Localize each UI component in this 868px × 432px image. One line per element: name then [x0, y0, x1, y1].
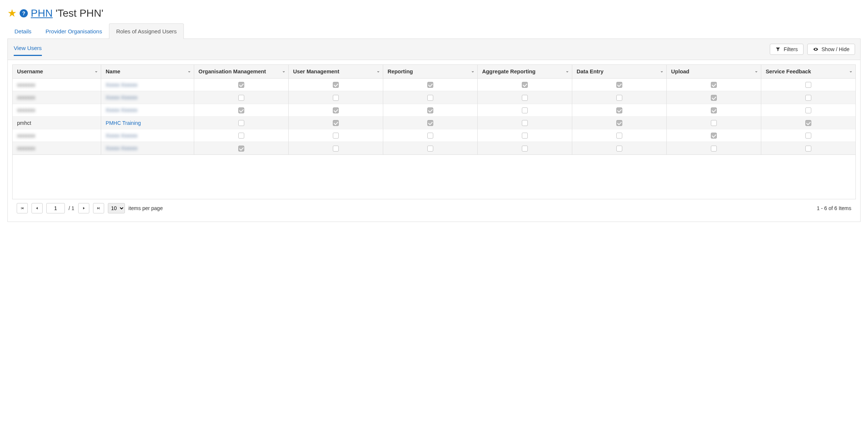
- table-row[interactable]: pmhctPMHC Training: [13, 116, 856, 129]
- show-hide-button[interactable]: Show / Hide: [807, 44, 855, 55]
- tab-roles-of-assigned-users[interactable]: Roles of Assigned Users: [109, 23, 183, 39]
- page-input[interactable]: [46, 203, 65, 213]
- chevron-down-icon[interactable]: ⌄: [566, 69, 569, 73]
- checkbox-icon[interactable]: [711, 82, 717, 88]
- checkbox-icon[interactable]: [522, 146, 528, 152]
- cell-name[interactable]: Xxxxx Xxxxxx: [101, 142, 194, 154]
- cell-role: [383, 116, 477, 129]
- checkbox-icon[interactable]: [711, 120, 717, 126]
- cell-name[interactable]: Xxxxx Xxxxxx: [101, 79, 194, 91]
- checkbox-icon[interactable]: [427, 120, 433, 126]
- col-username[interactable]: Username⌄: [13, 65, 101, 79]
- col-aggregate-reporting[interactable]: Aggregate Reporting⌄: [477, 65, 572, 79]
- checkbox-icon[interactable]: [711, 146, 717, 152]
- checkbox-icon[interactable]: [522, 120, 528, 126]
- chevron-down-icon[interactable]: ⌄: [95, 69, 98, 73]
- pager-prev-button[interactable]: [32, 203, 43, 213]
- col-reporting[interactable]: Reporting⌄: [383, 65, 477, 79]
- chevron-down-icon[interactable]: ⌄: [282, 69, 285, 73]
- filters-button[interactable]: Filters: [770, 44, 803, 55]
- checkbox-icon[interactable]: [522, 95, 528, 101]
- pager-first-button[interactable]: [17, 203, 28, 213]
- checkbox-icon[interactable]: [711, 107, 717, 113]
- checkbox-icon[interactable]: [805, 107, 811, 113]
- checkbox-icon[interactable]: [427, 133, 433, 139]
- table-row[interactable]: xxxxxxxXxxxx Xxxxxx: [13, 129, 856, 142]
- chevron-down-icon[interactable]: ⌄: [377, 69, 380, 73]
- checkbox-icon[interactable]: [427, 95, 433, 101]
- tab-details[interactable]: Details: [7, 23, 39, 39]
- chevron-down-icon[interactable]: ⌄: [755, 69, 758, 73]
- checkbox-icon[interactable]: [238, 133, 244, 139]
- checkbox-icon[interactable]: [333, 133, 339, 139]
- cell-role: [194, 104, 288, 116]
- checkbox-icon[interactable]: [805, 95, 811, 101]
- cell-name[interactable]: Xxxxx Xxxxxx: [101, 91, 194, 104]
- col-data-entry[interactable]: Data Entry⌄: [572, 65, 666, 79]
- cell-role: [572, 104, 666, 116]
- checkbox-icon[interactable]: [238, 82, 244, 88]
- page-size-select[interactable]: 10: [108, 203, 125, 213]
- title-suffix: 'Test PHN': [53, 7, 103, 19]
- checkbox-icon[interactable]: [333, 82, 339, 88]
- cell-role: [572, 129, 666, 142]
- col-service-feedback[interactable]: Service Feedback⌄: [761, 65, 855, 79]
- cell-role: [288, 129, 383, 142]
- checkbox-icon[interactable]: [805, 133, 811, 139]
- cell-name[interactable]: Xxxxx Xxxxxx: [101, 129, 194, 142]
- users-table: Username⌄ Name⌄ Organisation Management⌄…: [12, 64, 856, 155]
- checkbox-icon[interactable]: [616, 82, 622, 88]
- checkbox-icon[interactable]: [427, 107, 433, 113]
- col-upload[interactable]: Upload⌄: [666, 65, 761, 79]
- cell-name[interactable]: PMHC Training: [101, 116, 194, 129]
- total-pages: / 1: [69, 205, 74, 211]
- chevron-down-icon[interactable]: ⌄: [849, 69, 852, 73]
- checkbox-icon[interactable]: [522, 82, 528, 88]
- checkbox-icon[interactable]: [333, 120, 339, 126]
- table-row[interactable]: xxxxxxxXxxxx Xxxxxx: [13, 142, 856, 154]
- checkbox-icon[interactable]: [333, 146, 339, 152]
- checkbox-icon[interactable]: [616, 107, 622, 113]
- checkbox-icon[interactable]: [238, 120, 244, 126]
- chevron-down-icon[interactable]: ⌄: [471, 69, 474, 73]
- cell-name[interactable]: Xxxxx Xxxxxx: [101, 104, 194, 116]
- checkbox-icon[interactable]: [427, 146, 433, 152]
- checkbox-icon[interactable]: [522, 133, 528, 139]
- table-row[interactable]: xxxxxxxXxxxx Xxxxxx: [13, 91, 856, 104]
- pager-next-button[interactable]: [78, 203, 89, 213]
- checkbox-icon[interactable]: [805, 146, 811, 152]
- checkbox-icon[interactable]: [616, 120, 622, 126]
- table-row[interactable]: xxxxxxxXxxxx Xxxxxx: [13, 104, 856, 116]
- pager-summary: 1 - 6 of 6 Items: [817, 205, 851, 211]
- checkbox-icon[interactable]: [333, 95, 339, 101]
- checkbox-icon[interactable]: [616, 133, 622, 139]
- checkbox-icon[interactable]: [616, 146, 622, 152]
- table-row[interactable]: xxxxxxxXxxxx Xxxxxx: [13, 79, 856, 91]
- pager-last-button[interactable]: [93, 203, 104, 213]
- panel: View Users Filters Show / Hide Username⌄…: [7, 39, 861, 222]
- tab-provider-organisations[interactable]: Provider Organisations: [39, 23, 109, 39]
- col-user-mgmt[interactable]: User Management⌄: [288, 65, 383, 79]
- checkbox-icon[interactable]: [427, 82, 433, 88]
- checkbox-icon[interactable]: [333, 107, 339, 113]
- checkbox-icon[interactable]: [522, 107, 528, 113]
- col-name[interactable]: Name⌄: [101, 65, 194, 79]
- help-icon[interactable]: ?: [20, 9, 28, 17]
- chevron-down-icon[interactable]: ⌄: [660, 69, 663, 73]
- checkbox-icon[interactable]: [805, 120, 811, 126]
- subtab-view-users[interactable]: View Users: [14, 43, 42, 56]
- checkbox-icon[interactable]: [805, 82, 811, 88]
- cell-role: [666, 91, 761, 104]
- star-icon[interactable]: ★: [7, 8, 17, 19]
- col-org-mgmt[interactable]: Organisation Management⌄: [194, 65, 288, 79]
- checkbox-icon[interactable]: [238, 146, 244, 152]
- cell-role: [477, 91, 572, 104]
- checkbox-icon[interactable]: [711, 133, 717, 139]
- prev-page-icon: [35, 206, 39, 210]
- checkbox-icon[interactable]: [238, 95, 244, 101]
- checkbox-icon[interactable]: [711, 95, 717, 101]
- checkbox-icon[interactable]: [238, 107, 244, 113]
- checkbox-icon[interactable]: [616, 95, 622, 101]
- chevron-down-icon[interactable]: ⌄: [188, 69, 191, 73]
- phn-link[interactable]: PHN: [31, 7, 53, 19]
